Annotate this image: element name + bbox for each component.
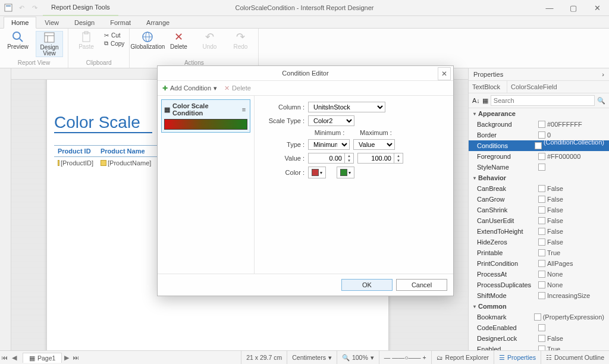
property-value[interactable]: False [547,206,604,214]
property-checkbox[interactable] [538,346,545,350]
property-checkbox[interactable] [538,281,545,288]
col-header-product-id[interactable]: Product ID [54,146,97,156]
tab-view[interactable]: View [37,17,66,28]
property-value[interactable]: IncreasingSize [547,292,604,299]
property-row[interactable]: DesignerLockFalse [469,333,609,344]
window-maximize[interactable]: ▢ [561,0,585,15]
cancel-button[interactable]: Cancel [396,279,447,291]
properties-button[interactable]: ☰Properties [494,351,541,364]
property-row[interactable]: CanGrowFalse [469,194,609,205]
property-checkbox[interactable] [538,335,545,342]
sort-category-icon[interactable]: ▦ [482,97,488,105]
property-row[interactable]: ExtendToHeightFalse [469,226,609,237]
max-color-button[interactable]: ▾ [337,167,354,178]
qat-undo-icon[interactable]: ↶ [17,3,26,12]
property-checkbox[interactable] [538,164,545,171]
property-value[interactable]: True [547,346,604,350]
design-view-button[interactable]: Design View [36,31,63,57]
property-value[interactable]: False [547,239,604,246]
window-minimize[interactable]: — [538,0,561,15]
property-value[interactable]: False [547,335,604,342]
cut-button[interactable]: ✂Cut [104,32,124,39]
property-value[interactable]: False [547,196,604,203]
property-value[interactable]: AllPages [547,260,604,267]
window-close[interactable]: ✕ [585,0,609,15]
tab-home[interactable]: Home [4,17,36,29]
property-row[interactable]: CanBreakFalse [469,183,609,194]
globalization-button[interactable]: Globalization [134,31,161,50]
property-checkbox[interactable] [538,228,545,235]
ok-button[interactable]: OK [341,279,393,291]
page-tab[interactable]: ▦Page1 [23,353,62,363]
document-outline-button[interactable]: ☷Document Outline [541,351,609,364]
property-row[interactable]: Bookmark(PropertyExpression) [469,312,609,322]
property-checkbox[interactable] [538,249,545,256]
property-checkbox[interactable] [538,217,545,224]
report-title[interactable]: Color Scale [54,113,152,133]
property-checkbox[interactable] [538,153,545,160]
min-color-button[interactable]: ▾ [308,167,326,178]
property-value[interactable]: True [547,249,604,256]
property-checkbox[interactable] [538,292,545,299]
property-value[interactable]: 0 [547,131,604,139]
delete-condition-button[interactable]: ✕Delete [224,84,251,92]
sort-alpha-icon[interactable]: A↓ [472,97,480,104]
property-row[interactable]: PrintConditionAllPages [469,258,609,269]
property-value[interactable]: None [547,281,604,288]
property-group-appearance[interactable]: Appearance [469,108,609,119]
property-checkbox[interactable] [538,239,545,246]
property-row[interactable]: HideZerosFalse [469,237,609,247]
property-checkbox[interactable] [538,185,545,192]
page-prev[interactable]: ◀ [10,354,19,361]
property-value[interactable]: False [547,228,604,235]
property-value[interactable]: None [547,271,604,278]
undo-button[interactable]: ↶ Undo [196,31,222,50]
condition-item[interactable]: ▦Color Scale Condition ≡ [161,99,250,133]
paste-button[interactable]: Paste [73,31,99,50]
preview-button[interactable]: Preview [5,31,31,57]
property-value[interactable]: False [547,217,604,224]
redo-button[interactable]: ↷ Redo [227,31,253,50]
property-row[interactable]: PrintableTrue [469,247,609,258]
property-checkbox[interactable] [538,260,545,267]
property-checkbox[interactable] [538,121,545,128]
property-value[interactable]: (ConditionCollection) ... [544,139,604,153]
property-checkbox[interactable] [538,131,545,139]
property-value[interactable]: False [547,185,604,192]
property-row[interactable]: ProcessAtNone [469,269,609,280]
unit-selector[interactable]: Centimeters ▾ [287,351,337,364]
dialog-close-button[interactable]: ✕ [438,67,451,80]
zoom-slider[interactable]: — ——○—— + [379,351,431,364]
report-explorer-button[interactable]: 🗂Report Explorer [431,351,494,364]
tab-format[interactable]: Format [103,17,138,28]
scale-type-select[interactable]: Color2 [308,115,354,126]
delete-button[interactable]: ✕ Delete [165,31,192,50]
page-first[interactable]: ⏮ [0,354,10,361]
property-checkbox[interactable] [538,196,545,203]
property-checkbox[interactable] [534,313,541,321]
min-value-input[interactable] [308,153,345,164]
add-condition-button[interactable]: ✚Add Condition ▾ [162,84,217,92]
property-row[interactable]: ShiftModeIncreasingSize [469,290,609,301]
tab-arrange[interactable]: Arrange [139,17,177,28]
max-value-input[interactable] [357,153,394,164]
hamburger-icon[interactable]: ≡ [240,106,247,113]
column-select[interactable]: UnitsInStock [308,102,385,112]
max-value-spinner[interactable]: ▲▼ [394,153,403,164]
copy-button[interactable]: ⧉Copy [104,40,124,47]
dialog-titlebar[interactable]: Condition Editor ✕ [158,66,453,81]
property-search-input[interactable] [491,95,595,106]
property-row[interactable]: CanUserEditFalse [469,215,609,226]
min-value-spinner[interactable]: ▲▼ [345,153,354,164]
page-next[interactable]: ▶ [62,354,71,361]
zoom-control[interactable]: 🔍100% ▾ [337,351,379,364]
tab-design[interactable]: Design [67,17,102,28]
property-row[interactable]: EnabledTrue [469,344,609,350]
qat-redo-icon[interactable]: ↷ [30,3,39,12]
property-row[interactable]: Foreground#FF000000 [469,151,609,162]
property-row[interactable]: CodeEnabled [469,322,609,333]
property-row[interactable]: CanShrinkFalse [469,205,609,215]
property-group-behavior[interactable]: Behavior [469,172,609,183]
max-type-select[interactable]: Value [353,139,395,150]
property-value[interactable]: (PropertyExpression) [543,313,604,321]
